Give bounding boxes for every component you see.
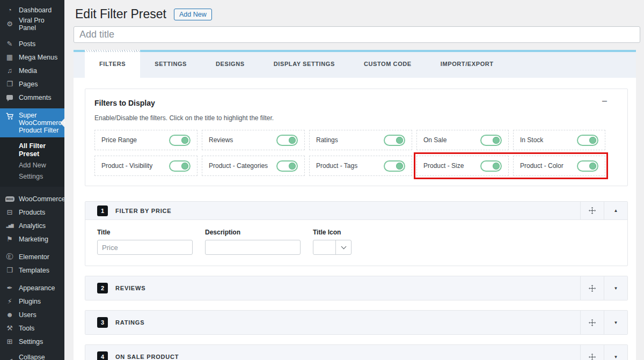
sidebar-item-tools[interactable]: ⚒ Tools bbox=[0, 321, 64, 335]
page-title: Edit Filter Preset bbox=[75, 7, 166, 21]
drag-handle[interactable] bbox=[580, 345, 604, 360]
sidebar-item-label: Viral Pro Panel bbox=[19, 17, 62, 32]
filter-description-input[interactable] bbox=[205, 240, 301, 255]
gear-icon: ⚙ bbox=[5, 20, 14, 28]
description-field-group: Description bbox=[205, 229, 301, 255]
caret-down-icon: ▼ bbox=[614, 320, 618, 325]
collapse-toggle-button[interactable]: ▼ bbox=[604, 311, 627, 334]
sidebar-item-appearance[interactable]: ✒ Appearance bbox=[0, 281, 64, 295]
drag-handle[interactable] bbox=[580, 276, 604, 300]
filters-panel-description: Enable/Disable the filters. Click on the… bbox=[94, 114, 617, 122]
page-header: Edit Filter Preset Add New bbox=[64, 0, 644, 21]
collapse-toggle-button[interactable]: ▼ bbox=[604, 276, 627, 300]
toggle-switch-on[interactable] bbox=[276, 160, 298, 172]
submenu-item-settings[interactable]: Settings bbox=[0, 171, 64, 182]
toggle-product-categories[interactable]: Product - Categories bbox=[202, 156, 305, 176]
sidebar-item-label: Appearance bbox=[19, 284, 55, 292]
sidebar-item-elementor[interactable]: Ⓔ Elementor bbox=[0, 250, 64, 263]
section-header[interactable]: 2 REVIEWS ▼ bbox=[85, 276, 627, 300]
sidebar-item-super-woocommerce-product-filter[interactable]: Super WooCommerce Product Filter bbox=[0, 108, 64, 137]
sidebar-item-settings[interactable]: ⊞ Settings bbox=[0, 335, 64, 348]
sidebar-item-dashboard[interactable]: ◔ Dashboard bbox=[0, 3, 64, 17]
settings-icon: ⊞ bbox=[5, 338, 14, 346]
collapse-toggle-button[interactable]: ▲ bbox=[604, 202, 627, 219]
drag-handle[interactable] bbox=[580, 202, 604, 219]
toggle-switch-on[interactable] bbox=[169, 135, 191, 146]
filters-tab-content: – Filters to Display Enable/Disable the … bbox=[74, 78, 636, 360]
sidebar-item-mega-menus[interactable]: ▦ Mega Menus bbox=[0, 50, 64, 64]
toggle-switch-on[interactable] bbox=[276, 135, 298, 146]
cart-icon bbox=[6, 112, 14, 120]
toggle-ratings[interactable]: Ratings bbox=[309, 130, 412, 150]
sidebar-item-viral-pro-panel[interactable]: ⚙ Viral Pro Panel bbox=[0, 17, 64, 32]
section-number-badge: 3 bbox=[97, 317, 108, 328]
toggle-switch-on[interactable] bbox=[577, 160, 598, 172]
tab-display-settings[interactable]: DISPLAY SETTINGS bbox=[259, 50, 349, 78]
sidebar-item-users[interactable]: ☻ Users bbox=[0, 308, 64, 321]
sidebar-item-media[interactable]: ♫ Media bbox=[0, 64, 64, 77]
sidebar-item-label: Media bbox=[19, 67, 37, 75]
section-number-badge: 1 bbox=[97, 205, 108, 216]
section-title: REVIEWS bbox=[115, 285, 145, 291]
sidebar-item-products[interactable]: ⊟ Products bbox=[0, 205, 64, 219]
sidebar-item-label: Plugins bbox=[19, 298, 41, 305]
woocommerce-icon: woo bbox=[5, 196, 14, 202]
toggle-in-stock[interactable]: In Stock bbox=[513, 130, 605, 150]
sidebar-item-label: Posts bbox=[19, 40, 35, 48]
drag-handle[interactable] bbox=[580, 311, 604, 334]
sidebar-item-woocommerce[interactable]: woo WooCommerce bbox=[0, 192, 64, 205]
collapse-toggle-button[interactable]: ▼ bbox=[604, 345, 627, 360]
sidebar-item-collapse-menu[interactable]: ◀ Collapse menu bbox=[0, 354, 64, 360]
toggle-switch-on[interactable] bbox=[384, 135, 405, 146]
tab-custom-code[interactable]: CUSTOM CODE bbox=[349, 50, 426, 78]
toggle-product-tags[interactable]: Product - Tags bbox=[309, 156, 412, 176]
sidebar-item-posts[interactable]: ✎ Posts bbox=[0, 37, 64, 50]
toggle-reviews[interactable]: Reviews bbox=[202, 130, 305, 150]
submenu-item-all-filter-preset[interactable]: All Filter Preset bbox=[0, 141, 64, 160]
sidebar-item-label: Templates bbox=[19, 267, 49, 274]
sidebar-item-pages[interactable]: ❐ Pages bbox=[0, 77, 64, 91]
title-icon-select[interactable] bbox=[313, 240, 352, 255]
folder-icon: ❒ bbox=[5, 267, 14, 274]
move-icon bbox=[589, 207, 596, 214]
sidebar-item-label: Mega Menus bbox=[19, 54, 57, 61]
pushpin-icon: ✎ bbox=[5, 40, 14, 48]
toggle-product-visibility[interactable]: Product - Visibility bbox=[94, 156, 197, 176]
post-title-input[interactable] bbox=[74, 26, 640, 43]
sidebar-item-plugins[interactable]: ⚡ Plugins bbox=[0, 295, 64, 308]
toggle-switch-on[interactable] bbox=[480, 160, 502, 172]
toggle-switch-on[interactable] bbox=[480, 135, 502, 146]
move-icon bbox=[589, 319, 596, 326]
sidebar-item-label: Products bbox=[19, 209, 45, 216]
submenu-item-add-new[interactable]: Add New bbox=[0, 160, 64, 171]
toggle-on-sale[interactable]: On Sale bbox=[416, 130, 509, 150]
add-new-button[interactable]: Add New bbox=[174, 9, 212, 20]
toggle-switch-on[interactable] bbox=[384, 160, 405, 172]
sidebar-item-comments[interactable]: Comments bbox=[0, 91, 64, 104]
panel-collapse-button[interactable]: – bbox=[602, 97, 607, 105]
section-header[interactable]: 4 ON SALE PRODUCT ▼ bbox=[85, 345, 627, 360]
toggle-product-color[interactable]: Product - Color bbox=[513, 156, 605, 176]
section-header[interactable]: 1 FILTER BY PRICE ▲ bbox=[85, 202, 627, 220]
move-icon bbox=[589, 354, 596, 360]
tab-import-export[interactable]: IMPORT/EXPORT bbox=[426, 50, 508, 78]
comment-icon bbox=[6, 95, 13, 100]
toggle-price-range[interactable]: Price Range bbox=[94, 130, 197, 150]
sidebar-item-label: WooCommerce bbox=[19, 195, 65, 203]
toggle-switch-on[interactable] bbox=[169, 160, 191, 172]
tab-filters[interactable]: FILTERS bbox=[85, 50, 140, 78]
toggle-switch-on[interactable] bbox=[577, 135, 598, 146]
pages-icon: ❐ bbox=[5, 80, 14, 88]
caret-down-icon: ▼ bbox=[614, 355, 618, 359]
sidebar-item-templates[interactable]: ❒ Templates bbox=[0, 263, 64, 277]
elementor-icon: Ⓔ bbox=[5, 253, 14, 261]
sidebar-item-marketing[interactable]: ⚑ Marketing bbox=[0, 232, 64, 246]
toggle-product-size[interactable]: Product - Size bbox=[416, 156, 509, 176]
sidebar-item-label: Dashboard bbox=[19, 6, 52, 14]
tab-settings[interactable]: SETTINGS bbox=[140, 50, 201, 78]
section-header[interactable]: 3 RATINGS ▼ bbox=[85, 311, 627, 334]
tab-designs[interactable]: DESIGNS bbox=[201, 50, 259, 78]
filter-title-input[interactable] bbox=[97, 240, 193, 255]
sidebar-item-analytics[interactable]: ▂▅▇ Analytics bbox=[0, 219, 64, 232]
title-icon-field-group: Title Icon bbox=[313, 229, 352, 255]
